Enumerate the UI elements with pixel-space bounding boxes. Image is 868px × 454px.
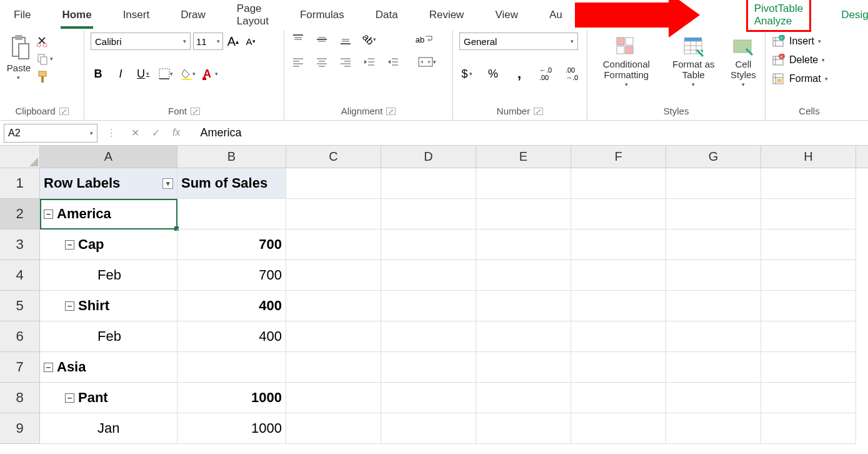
cell[interactable] bbox=[761, 352, 856, 383]
cell[interactable] bbox=[571, 321, 666, 352]
increase-font-icon[interactable]: A▴ bbox=[226, 34, 241, 49]
format-painter-button[interactable] bbox=[36, 70, 53, 84]
tab-design[interactable]: Design bbox=[840, 5, 868, 25]
cell[interactable]: Feb bbox=[40, 321, 177, 352]
cell[interactable] bbox=[761, 413, 856, 444]
align-bottom-icon[interactable] bbox=[338, 33, 353, 46]
format-cells-button[interactable]: Format ▾ bbox=[772, 73, 828, 85]
cell[interactable]: 700 bbox=[177, 230, 286, 260]
number-format-select[interactable]: General▾ bbox=[459, 33, 578, 50]
cell[interactable] bbox=[476, 321, 571, 352]
tab-page-layout[interactable]: Page Layout bbox=[236, 0, 270, 31]
cell[interactable] bbox=[381, 230, 476, 260]
tab-formulas[interactable]: Formulas bbox=[299, 5, 346, 25]
copy-button[interactable]: ▾ bbox=[36, 53, 53, 65]
cell[interactable] bbox=[286, 413, 381, 444]
cell[interactable]: −Shirt bbox=[40, 291, 177, 321]
border-button[interactable]: ▾ bbox=[158, 66, 173, 81]
col-header-F[interactable]: F bbox=[571, 146, 666, 168]
cell[interactable]: −Pant bbox=[40, 383, 177, 413]
select-all-corner[interactable] bbox=[0, 146, 40, 168]
cell[interactable] bbox=[381, 291, 476, 321]
cell[interactable] bbox=[666, 230, 761, 260]
cell[interactable]: −Cap bbox=[40, 230, 177, 260]
tab-pivottable-analyze[interactable]: PivotTable Analyze bbox=[746, 0, 811, 32]
cell[interactable] bbox=[761, 321, 856, 352]
cell[interactable] bbox=[761, 230, 856, 260]
tab-automate[interactable]: Au bbox=[548, 5, 564, 25]
tab-insert[interactable]: Insert bbox=[122, 5, 151, 25]
row-header[interactable]: 8 bbox=[0, 383, 40, 413]
cell[interactable] bbox=[381, 352, 476, 383]
cell[interactable] bbox=[381, 260, 476, 291]
italic-button[interactable]: I bbox=[113, 66, 128, 81]
tab-file[interactable]: File bbox=[12, 5, 32, 25]
cell[interactable] bbox=[476, 413, 571, 444]
col-header-H[interactable]: H bbox=[761, 146, 856, 168]
row-header[interactable]: 4 bbox=[0, 260, 40, 291]
cell[interactable] bbox=[571, 168, 666, 199]
cell[interactable] bbox=[286, 199, 381, 230]
cell[interactable] bbox=[381, 383, 476, 413]
cell[interactable]: Sum of Sales bbox=[177, 168, 286, 199]
row-header[interactable]: 3 bbox=[0, 230, 40, 260]
col-header-A[interactable]: A bbox=[40, 146, 177, 168]
cell[interactable] bbox=[666, 199, 761, 230]
increase-decimal-icon[interactable]: ←.0.00 bbox=[538, 66, 553, 81]
cell[interactable] bbox=[286, 260, 381, 291]
decrease-decimal-icon[interactable]: .00→.0 bbox=[564, 66, 579, 81]
cell[interactable] bbox=[571, 383, 666, 413]
cell[interactable] bbox=[761, 291, 856, 321]
cell[interactable] bbox=[286, 291, 381, 321]
cell[interactable] bbox=[666, 168, 761, 199]
cell[interactable] bbox=[177, 199, 286, 230]
paste-button[interactable]: Paste▾ bbox=[7, 63, 31, 81]
cell[interactable] bbox=[761, 383, 856, 413]
row-header[interactable]: 7 bbox=[0, 352, 40, 383]
collapse-icon[interactable]: − bbox=[65, 393, 74, 403]
cell[interactable] bbox=[476, 352, 571, 383]
accounting-format-icon[interactable]: $▾ bbox=[459, 66, 474, 81]
row-header[interactable]: 5 bbox=[0, 291, 40, 321]
merge-center-icon[interactable]: ▾ bbox=[414, 55, 439, 69]
cell-styles-button[interactable]: Cell Styles▾ bbox=[728, 36, 759, 88]
cell[interactable] bbox=[666, 260, 761, 291]
clipboard-launcher[interactable]: ⤢ bbox=[59, 108, 69, 115]
cut-button[interactable] bbox=[36, 35, 53, 48]
insert-cells-button[interactable]: +Insert ▾ bbox=[772, 35, 821, 48]
cell[interactable]: −America bbox=[40, 199, 177, 230]
cell[interactable]: 1000 bbox=[177, 383, 286, 413]
cell[interactable] bbox=[381, 168, 476, 199]
cell[interactable] bbox=[476, 383, 571, 413]
col-header-E[interactable]: E bbox=[476, 146, 571, 168]
tab-review[interactable]: Review bbox=[428, 5, 466, 25]
collapse-icon[interactable]: − bbox=[65, 301, 74, 311]
collapse-icon[interactable]: − bbox=[65, 240, 74, 250]
cell[interactable] bbox=[286, 383, 381, 413]
name-box[interactable]: A2▾ bbox=[4, 124, 97, 143]
cell[interactable] bbox=[666, 291, 761, 321]
cell[interactable] bbox=[761, 168, 856, 199]
tab-home[interactable]: Home bbox=[61, 5, 92, 25]
formula-bar-input[interactable]: America bbox=[190, 126, 868, 139]
cell[interactable] bbox=[666, 413, 761, 444]
cell[interactable] bbox=[666, 352, 761, 383]
col-header-B[interactable]: B bbox=[177, 146, 286, 168]
fx-icon[interactable]: fx bbox=[172, 127, 180, 139]
cell[interactable] bbox=[286, 321, 381, 352]
col-header-C[interactable]: C bbox=[286, 146, 381, 168]
cell[interactable] bbox=[666, 321, 761, 352]
alignment-launcher[interactable]: ⤢ bbox=[386, 108, 396, 115]
percent-format-icon[interactable]: % bbox=[486, 66, 501, 81]
cell[interactable] bbox=[761, 199, 856, 230]
cell[interactable]: 700 bbox=[177, 260, 286, 291]
cell[interactable]: −Asia bbox=[40, 352, 177, 383]
cell[interactable] bbox=[177, 352, 286, 383]
font-color-button[interactable]: A▾ bbox=[203, 66, 218, 81]
cell[interactable] bbox=[571, 230, 666, 260]
delete-cells-button[interactable]: ×Delete ▾ bbox=[772, 54, 825, 66]
row-header[interactable]: 1 bbox=[0, 168, 40, 199]
row-header[interactable]: 2 bbox=[0, 199, 40, 230]
cell[interactable] bbox=[571, 291, 666, 321]
collapse-icon[interactable]: − bbox=[44, 363, 53, 372]
